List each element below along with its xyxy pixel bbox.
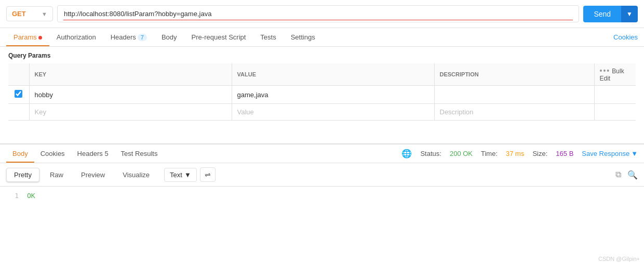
method-chevron: ▼ [42,11,47,17]
params-dot [38,36,42,39]
tab-body[interactable]: Body [154,28,184,46]
response-tab-headers-label: Headers [77,150,103,157]
save-response-button[interactable]: Save Response ▼ [582,150,638,157]
text-type-chevron: ▼ [184,171,191,179]
empty-description-cell[interactable]: Description [434,104,594,121]
send-dropdown-icon: ▼ [626,10,633,18]
action-icons: ⧉ 🔍 [615,170,638,180]
code-content: OK [27,192,35,200]
response-tab-test-results-label: Test Results [121,150,158,157]
params-table-header: KEY VALUE DESCRIPTION ••• Bulk Edit [8,63,636,86]
tab-settings[interactable]: Settings [284,28,323,46]
row-key-cell: hobby [29,86,232,104]
headers-badge: 7 [138,34,147,41]
search-icon[interactable]: 🔍 [627,170,638,180]
description-placeholder: Description [440,108,474,116]
query-params-title: Query Params [8,52,636,59]
response-area: Body Cookies Headers 5 Test Results 🌐 St… [0,143,644,205]
url-wrapper [57,5,579,22]
response-headers-badge: 5 [104,150,108,157]
send-button[interactable]: Send [583,6,621,22]
empty-value-cell[interactable]: Value [232,104,434,121]
size-label: Size: [532,150,547,157]
text-type-dropdown[interactable]: Text ▼ [164,168,197,182]
status-value: 200 OK [450,150,473,157]
col-header-check [8,63,29,86]
time-value: 37 ms [506,150,524,157]
top-bar: GET ▼ Send ▼ [0,0,644,28]
tab-params[interactable]: Params [6,28,49,46]
url-underline [63,20,573,20]
row-checkbox-cell [8,86,29,104]
format-raw-button[interactable]: Raw [43,168,71,181]
value-placeholder: Value [237,108,254,116]
query-params-section: Query Params KEY VALUE DESCRIPTION ••• B… [0,47,644,123]
tab-headers-label: Headers [111,33,136,41]
tab-tests-label: Tests [260,33,276,41]
size-value: 165 B [556,150,573,157]
line-number: 1 [8,192,19,200]
tab-tests[interactable]: Tests [253,28,283,46]
cookies-button[interactable]: Cookies [613,33,638,41]
response-tab-cookies[interactable]: Cookies [34,144,71,163]
response-status-bar: 🌐 Status: 200 OK Time: 37 ms Size: 165 B… [401,149,638,159]
request-tabs: Params Authorization Headers7 Body Pre-r… [0,28,644,47]
empty-key-cell[interactable]: Key [29,104,232,121]
key-placeholder: Key [35,108,46,116]
empty-checkbox-cell [8,104,29,121]
col-header-actions: ••• Bulk Edit [594,63,636,86]
col-header-value: VALUE [232,63,434,86]
method-value: GET [12,10,26,18]
method-select[interactable]: GET ▼ [6,6,53,21]
col-header-key: KEY [29,63,232,86]
format-preview-button[interactable]: Preview [74,168,112,181]
row-key-value: hobby [35,91,53,99]
empty-actions-cell [594,104,636,121]
wrap-icon-symbol: ⇌ [205,170,211,179]
tab-authorization-label: Authorization [57,33,96,41]
save-response-label: Save Response [582,150,629,157]
time-label: Time: [481,150,498,157]
tab-body-label: Body [162,33,177,41]
col-header-description: DESCRIPTION [434,63,594,86]
row-actions-cell [594,86,636,104]
globe-icon: 🌐 [401,149,412,159]
watermark: CSDN @Gilpin+ [598,256,640,262]
table-row: hobby game,java [8,86,636,104]
status-label: Status: [420,150,441,157]
row-description-cell [434,86,594,104]
save-response-chevron: ▼ [631,150,638,157]
spacer [0,123,644,143]
code-area: 1 OK [0,187,644,205]
send-dropdown-button[interactable]: ▼ [621,6,638,22]
row-value-cell: game,java [232,86,434,104]
wrap-button[interactable]: ⇌ [200,167,216,182]
tab-headers[interactable]: Headers7 [103,28,154,46]
response-tab-body[interactable]: Body [6,144,34,163]
response-tab-test-results[interactable]: Test Results [115,144,164,163]
response-tabs: Body Cookies Headers 5 Test Results 🌐 St… [0,144,644,163]
send-group: Send ▼ [583,6,638,22]
tab-prerequest-label: Pre-request Script [192,33,246,41]
table-row-empty: Key Value Description [8,104,636,121]
text-type-label: Text [170,171,182,179]
params-table: KEY VALUE DESCRIPTION ••• Bulk Edit hobb… [8,63,636,121]
response-tab-cookies-label: Cookies [41,150,65,157]
more-icon[interactable]: ••• [600,67,611,75]
tab-settings-label: Settings [291,33,315,41]
format-pretty-button[interactable]: Pretty [6,168,39,182]
row-value-value: game,java [237,91,269,99]
tab-authorization[interactable]: Authorization [49,28,103,46]
format-visualize-button[interactable]: Visualize [115,168,157,181]
copy-icon[interactable]: ⧉ [615,170,621,180]
response-tab-body-label: Body [12,150,28,157]
response-tab-headers[interactable]: Headers 5 [71,144,115,163]
tab-prerequest[interactable]: Pre-request Script [184,28,253,46]
row-checkbox[interactable] [15,90,22,98]
tab-params-label: Params [14,33,37,41]
format-bar: Pretty Raw Preview Visualize Text ▼ ⇌ ⧉ … [0,163,644,187]
